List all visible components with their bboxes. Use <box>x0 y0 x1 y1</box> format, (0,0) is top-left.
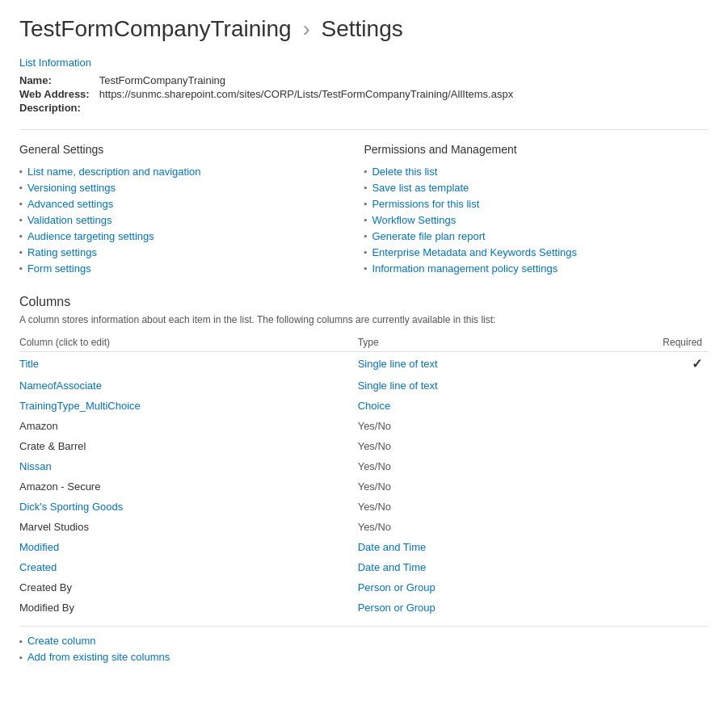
list-info-field-value <box>99 101 516 115</box>
col-required <box>587 456 709 476</box>
col-type: Yes/No <box>358 476 587 497</box>
list-info-field-value: https://sunmc.sharepoint.com/sites/CORP/… <box>99 87 516 101</box>
permissions-management-col: Permissions and Management Delete this l… <box>364 143 709 279</box>
general-settings-item[interactable]: Validation settings <box>19 214 364 226</box>
col-name: Modified By <box>19 598 358 618</box>
general-settings-item[interactable]: Audience targeting settings <box>19 230 364 242</box>
col-type: Single line of text <box>358 375 587 396</box>
col-header-required: Required <box>587 333 709 352</box>
col-type: Date and Time <box>358 557 587 577</box>
list-info-section: List Information Name:TestFormCompanyTra… <box>19 57 709 115</box>
breadcrumb-arrow: › <box>302 16 309 41</box>
list-info-field-value: TestFormCompanyTraining <box>99 73 516 87</box>
col-name[interactable]: TrainingType_MultiChoice <box>19 396 358 416</box>
col-type: Yes/No <box>358 497 587 517</box>
list-info-field-label: Web Address: <box>19 87 99 101</box>
col-required <box>587 375 709 396</box>
columns-table: Column (click to edit) Type Required Tit… <box>19 333 709 618</box>
col-required: ✓ <box>587 352 709 376</box>
col-type: Choice <box>358 396 587 416</box>
list-info-row: Name:TestFormCompanyTraining <box>19 73 516 87</box>
col-name[interactable]: Title <box>19 352 358 376</box>
table-row: Modified ByPerson or Group <box>19 598 709 618</box>
col-name[interactable]: Nissan <box>19 456 358 476</box>
permissions-item[interactable]: Permissions for this list <box>364 198 709 210</box>
col-required <box>587 598 709 618</box>
bottom-actions: Create columnAdd from existing site colu… <box>19 626 709 663</box>
list-info-row: Web Address:https://sunmc.sharepoint.com… <box>19 87 516 101</box>
col-type: Person or Group <box>358 577 587 598</box>
col-name: Marvel Studios <box>19 517 358 537</box>
general-settings-item[interactable]: Versioning settings <box>19 182 364 194</box>
table-row: TrainingType_MultiChoiceChoice <box>19 396 709 416</box>
col-required <box>587 416 709 436</box>
breadcrumb-site: TestFormCompanyTraining <box>19 16 292 41</box>
permissions-item[interactable]: Generate file plan report <box>364 230 709 242</box>
col-required <box>587 497 709 517</box>
list-info-row: Description: <box>19 101 516 115</box>
general-settings-item[interactable]: List name, description and navigation <box>19 166 364 178</box>
col-required <box>587 396 709 416</box>
bottom-actions-list: Create columnAdd from existing site colu… <box>19 635 709 663</box>
permissions-item[interactable]: Save list as template <box>364 182 709 194</box>
col-type: Yes/No <box>358 436 587 456</box>
list-info-table: Name:TestFormCompanyTrainingWeb Address:… <box>19 73 516 115</box>
general-settings-item[interactable]: Rating settings <box>19 246 364 258</box>
columns-table-body: TitleSingle line of text✓NameofAssociate… <box>19 352 709 619</box>
col-name: Crate & Barrel <box>19 436 358 456</box>
columns-table-head: Column (click to edit) Type Required <box>19 333 709 352</box>
columns-description: A column stores information about each i… <box>19 314 709 325</box>
table-row: Crate & BarrelYes/No <box>19 436 709 456</box>
bottom-action-item[interactable]: Create column <box>19 635 709 647</box>
general-settings-item[interactable]: Form settings <box>19 262 364 275</box>
permissions-item[interactable]: Workflow Settings <box>364 214 709 226</box>
permissions-item[interactable]: Delete this list <box>364 166 709 178</box>
general-settings-item[interactable]: Advanced settings <box>19 198 364 210</box>
general-settings-header: General Settings <box>19 143 364 156</box>
col-type: Single line of text <box>358 352 587 376</box>
col-type: Date and Time <box>358 537 587 557</box>
table-row: Dick's Sporting GoodsYes/No <box>19 497 709 517</box>
col-required <box>587 577 709 598</box>
table-row: NissanYes/No <box>19 456 709 476</box>
table-row: AmazonYes/No <box>19 416 709 436</box>
col-type: Yes/No <box>358 456 587 476</box>
table-row: Marvel StudiosYes/No <box>19 517 709 537</box>
divider-1 <box>19 129 709 130</box>
col-name: Amazon <box>19 416 358 436</box>
col-name: Created By <box>19 577 358 598</box>
table-row: Amazon - SecureYes/No <box>19 476 709 497</box>
table-row: CreatedDate and Time <box>19 557 709 577</box>
settings-columns: General Settings List name, description … <box>19 143 709 279</box>
columns-header: Columns <box>19 295 709 309</box>
col-type: Yes/No <box>358 517 587 537</box>
breadcrumb-current: Settings <box>322 16 403 41</box>
col-header-name: Column (click to edit) <box>19 333 358 352</box>
permissions-item[interactable]: Information management policy settings <box>364 262 709 275</box>
bottom-action-item[interactable]: Add from existing site columns <box>19 651 709 663</box>
col-type: Yes/No <box>358 416 587 436</box>
table-row: NameofAssociateSingle line of text <box>19 375 709 396</box>
permissions-list: Delete this listSave list as templatePer… <box>364 166 709 275</box>
list-info-field-label: Description: <box>19 101 99 115</box>
col-type: Person or Group <box>358 598 587 618</box>
page-title: TestFormCompanyTraining › Settings <box>19 16 709 42</box>
list-info-field-label: Name: <box>19 73 99 87</box>
permissions-item[interactable]: Enterprise Metadata and Keywords Setting… <box>364 246 709 258</box>
general-settings-col: General Settings List name, description … <box>19 143 364 279</box>
col-name[interactable]: NameofAssociate <box>19 375 358 396</box>
col-required <box>587 557 709 577</box>
permissions-management-header: Permissions and Management <box>364 143 709 156</box>
col-required <box>587 517 709 537</box>
table-row: TitleSingle line of text✓ <box>19 352 709 376</box>
col-name[interactable]: Modified <box>19 537 358 557</box>
col-name[interactable]: Created <box>19 557 358 577</box>
col-header-type: Type <box>358 333 587 352</box>
col-required <box>587 537 709 557</box>
col-name: Amazon - Secure <box>19 476 358 497</box>
col-name[interactable]: Dick's Sporting Goods <box>19 497 358 517</box>
col-required <box>587 436 709 456</box>
table-row: Created ByPerson or Group <box>19 577 709 598</box>
columns-section: Columns A column stores information abou… <box>19 295 709 618</box>
table-row: ModifiedDate and Time <box>19 537 709 557</box>
